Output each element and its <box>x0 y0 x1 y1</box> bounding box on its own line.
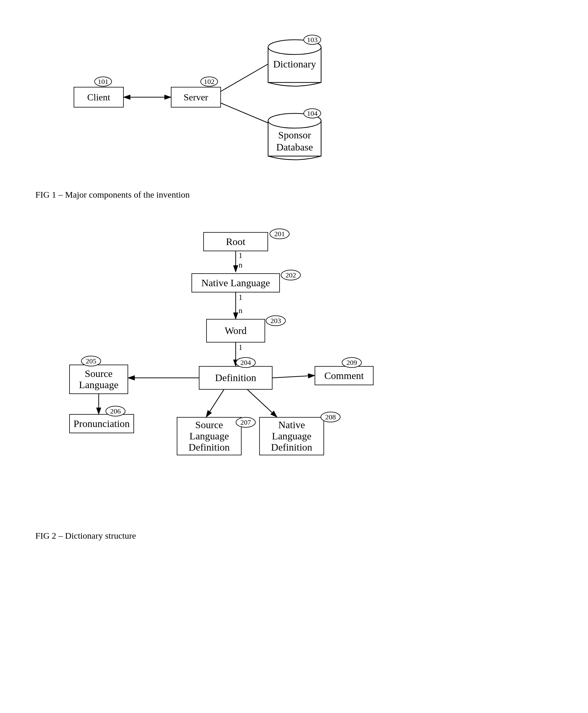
svg-text:n: n <box>238 306 243 315</box>
svg-text:1: 1 <box>238 293 243 302</box>
server-box: Server <box>171 87 221 108</box>
sponsor-label: SponsorDatabase <box>276 130 313 153</box>
bubble-203: 203 <box>266 316 286 326</box>
bubble-202: 202 <box>281 270 301 280</box>
svg-line-20 <box>273 375 315 378</box>
bubble-201: 201 <box>270 229 290 239</box>
bubble-102: 102 <box>200 77 218 87</box>
svg-text:1: 1 <box>238 251 243 260</box>
root-box: Root <box>203 232 268 251</box>
bubble-101: 101 <box>94 77 112 87</box>
svg-text:n: n <box>238 261 243 269</box>
native-lang-def-box: Native Language Definition <box>259 417 324 455</box>
bubble-104: 104 <box>303 108 321 118</box>
svg-text:1: 1 <box>238 343 243 352</box>
bubble-103: 103 <box>303 35 321 45</box>
svg-line-22 <box>248 390 277 417</box>
source-language-box: Source Language <box>69 365 128 394</box>
fig2-diagram: 1 n 1 n 1 n <box>35 223 553 524</box>
native-language-box: Native Language <box>191 273 280 293</box>
fig1-diagram: Client 101 Server 102 Dictionary <box>35 29 553 182</box>
source-lang-def-box: Source Language Definition <box>177 417 241 455</box>
fig1-caption: FIG 1 – Major components of the inventio… <box>35 190 553 200</box>
comment-box: Comment <box>315 366 374 385</box>
bubble-207: 207 <box>236 417 256 428</box>
dictionary-cylinder: Dictionary <box>265 38 324 91</box>
source-language-label: Source Language <box>79 368 119 390</box>
pronunciation-box: Pronunciation <box>69 414 134 433</box>
bubble-206: 206 <box>105 406 126 416</box>
word-box: Word <box>206 319 265 343</box>
bubble-204: 204 <box>236 357 256 368</box>
source-lang-def-label: Source Language Definition <box>189 419 230 453</box>
client-box: Client <box>74 87 124 108</box>
sponsor-cylinder: SponsorDatabase <box>265 112 324 165</box>
bubble-205: 205 <box>81 356 101 366</box>
bubble-208: 208 <box>320 412 340 422</box>
bubble-209: 209 <box>342 357 362 368</box>
native-lang-def-label: Native Language Definition <box>271 419 312 453</box>
page: Client 101 Server 102 Dictionary <box>0 0 588 713</box>
fig2-caption: FIG 2 – Dictionary structure <box>35 531 553 541</box>
definition-box: Definition <box>199 366 273 390</box>
svg-line-21 <box>206 390 224 417</box>
